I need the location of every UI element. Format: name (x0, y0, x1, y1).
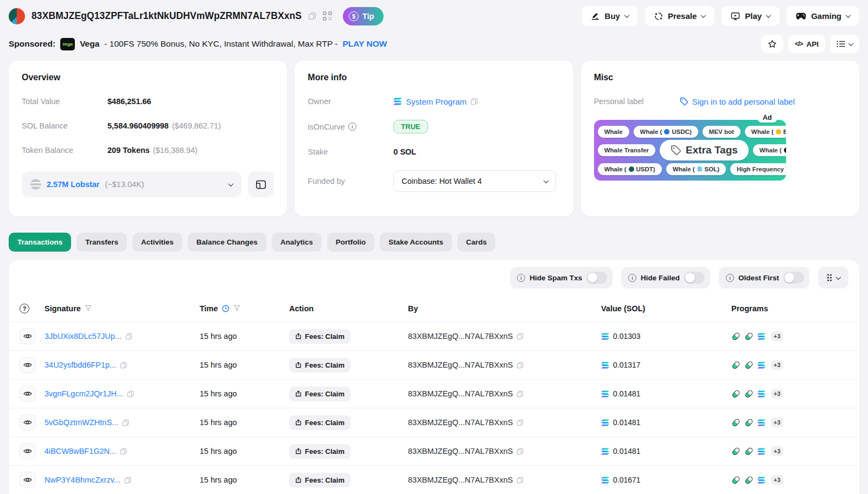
toggle-switch[interactable] (783, 272, 804, 284)
star-icon (768, 40, 777, 49)
pump-dot-icon (784, 147, 786, 153)
signature-link[interactable]: 5vGbQztmWZHtnS... (44, 418, 118, 427)
api-button[interactable]: </> API (788, 35, 825, 53)
help-column (20, 304, 44, 313)
nav-presale-button[interactable]: Presale (645, 6, 714, 26)
token-amount: 2.57M Lobstar (47, 180, 100, 189)
owner-link[interactable]: System Program (406, 97, 467, 106)
filter-icon[interactable] (233, 305, 240, 312)
funded-by-dropdown[interactable]: Coinbase: Hot Wallet 4 (393, 170, 556, 192)
info-icon[interactable] (348, 123, 356, 131)
tab-transfers[interactable]: Transfers (76, 233, 127, 252)
solana-icon (757, 362, 765, 369)
wallet-portfolio-button[interactable] (248, 171, 274, 197)
info-icon[interactable] (628, 274, 636, 282)
pump-program-icon (731, 361, 741, 370)
preview-transaction-button[interactable] (20, 328, 36, 344)
toggle-label: Oldest First (738, 274, 779, 282)
tab-stake-accounts[interactable]: Stake Accounts (380, 233, 452, 252)
sol-balance-label: SOL Balance (22, 121, 107, 130)
filter-icon[interactable] (85, 305, 92, 312)
nav-buy-button[interactable]: Buy (582, 6, 638, 26)
copy-icon[interactable] (516, 390, 524, 397)
list-menu-button[interactable] (830, 35, 859, 53)
preview-transaction-button[interactable] (20, 472, 36, 488)
tab-transactions[interactable]: Transactions (9, 233, 71, 252)
action-badge: Fees: Claim (289, 444, 350, 459)
solana-icon (757, 419, 765, 426)
toggle-switch[interactable] (684, 272, 705, 284)
signature-link[interactable]: NwP3Y4BhmcZxrzv... (44, 476, 120, 484)
account-address: 83XBMJZEgQ13ZPFTaLr1ktNkUDHVmWpZRMN7AL7B… (31, 10, 302, 22)
copy-address-button[interactable] (307, 11, 317, 21)
tag-row-3: Whale (USDT) Whale (SOL) High Frequency … (598, 163, 786, 175)
more-programs-badge[interactable]: +3 (771, 389, 783, 399)
personal-label: Personal label (594, 97, 680, 106)
preview-transaction-button[interactable] (20, 443, 36, 459)
action-column-header: Action (289, 304, 408, 313)
sol-balance-usd: ($469,862.71) (172, 121, 221, 130)
nav-gaming-button[interactable]: Gaming (787, 6, 859, 26)
column-settings-button[interactable] (818, 267, 848, 288)
tab-analytics[interactable]: Analytics (272, 233, 322, 252)
more-programs-badge[interactable]: +3 (771, 418, 783, 427)
signature-link[interactable]: 3vgnFLgcm2JQr1JH... (44, 389, 123, 398)
pump-program-icon (744, 389, 754, 399)
nav-play-button[interactable]: Play (722, 6, 780, 26)
claim-icon (295, 419, 302, 426)
copy-icon[interactable] (516, 477, 524, 484)
token-dropdown[interactable]: 2.57M Lobstar (~$13.04K) (22, 171, 241, 197)
sponsor-prefix: Sponsored: (9, 39, 55, 49)
signature-link[interactable]: 3JbUXix8DLc57JUp... (44, 332, 122, 341)
signature-link[interactable]: 4iBCW8wBF1G2N... (44, 447, 116, 455)
signature-link[interactable]: 34U2ysfbdd6FP1p... (44, 361, 116, 369)
copy-icon[interactable] (124, 477, 131, 484)
tip-button[interactable]: $ Tip (343, 7, 383, 25)
tab-cards[interactable]: Cards (457, 233, 495, 252)
copy-icon[interactable] (516, 448, 524, 455)
copy-icon[interactable] (125, 333, 132, 340)
claim-icon (295, 448, 302, 454)
eye-icon (23, 390, 32, 397)
qr-code-button[interactable] (322, 10, 333, 22)
pump-program-icon (731, 389, 741, 399)
extra-tags-ad[interactable]: Ad Whale Whale (USDC) MEV bot Whale (BNS… (594, 120, 786, 181)
more-programs-badge[interactable]: +3 (771, 331, 783, 341)
tab-portfolio[interactable]: Portfolio (327, 233, 375, 252)
total-value-row: Total Value $486,251.66 (22, 95, 274, 107)
copy-icon[interactable] (120, 362, 127, 369)
toggle-pill: Hide Spam Txs (510, 267, 612, 288)
overview-card: Overview Total Value $486,251.66 SOL Bal… (9, 61, 287, 216)
sponsor-play-now-link[interactable]: PLAY NOW (343, 39, 387, 49)
action-badge: Fees: Claim (289, 473, 350, 487)
copy-icon[interactable] (120, 448, 127, 455)
tab-balance-changes[interactable]: Balance Changes (188, 233, 266, 252)
copy-icon[interactable] (470, 98, 478, 105)
copy-icon[interactable] (122, 419, 129, 426)
preview-transaction-button[interactable] (20, 414, 36, 431)
copy-icon[interactable] (516, 419, 524, 426)
usdc-dot-icon (664, 129, 669, 134)
action-badge: Fees: Claim (289, 415, 350, 430)
info-icon[interactable] (517, 274, 525, 282)
clock-icon[interactable] (222, 305, 229, 312)
copy-icon[interactable] (516, 333, 524, 340)
more-programs-badge[interactable]: +3 (771, 446, 783, 456)
question-icon[interactable] (20, 304, 29, 313)
copy-icon[interactable] (127, 390, 134, 397)
copy-icon (308, 12, 316, 20)
info-icon[interactable] (726, 274, 734, 282)
more-programs-badge[interactable]: +3 (771, 360, 783, 370)
time-cell: 15 hrs ago (200, 332, 289, 341)
preview-transaction-button[interactable] (20, 386, 36, 402)
favorite-button[interactable] (761, 35, 783, 53)
toggle-switch[interactable] (586, 272, 607, 284)
copy-icon[interactable] (516, 362, 524, 369)
sign-in-personal-label-link[interactable]: Sign in to add personal label (692, 97, 795, 106)
value-sol: 0.01481 (613, 389, 641, 398)
more-programs-badge[interactable]: +3 (771, 475, 783, 485)
by-address: 83XBMJZEgQ...N7AL7BXxnS (408, 476, 513, 484)
tab-activities[interactable]: Activities (132, 233, 182, 252)
preview-transaction-button[interactable] (20, 357, 36, 373)
grid-dots-icon (826, 273, 833, 282)
